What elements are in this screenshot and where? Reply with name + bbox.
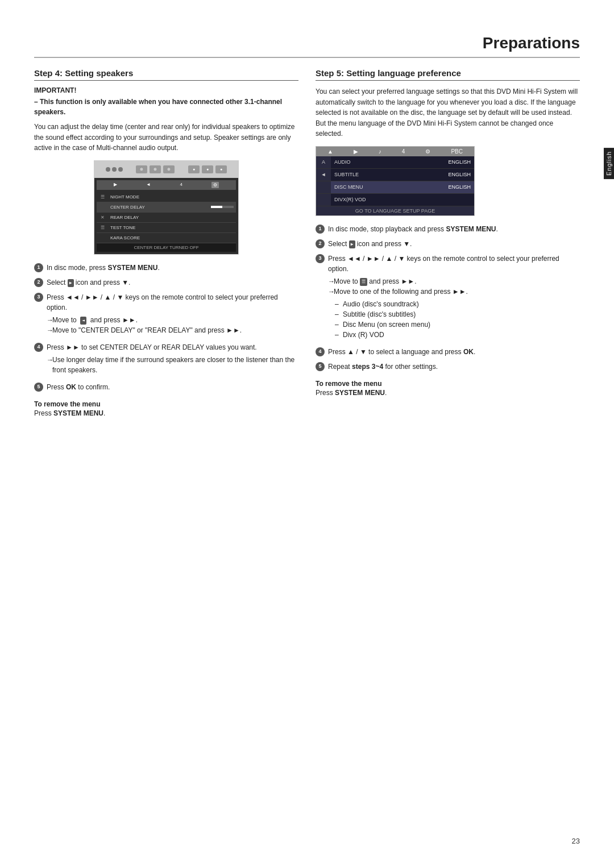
mb-icon2: ◄ [146,182,151,188]
menu-row-audio: A AUDIO ENGLISH [316,156,474,169]
dash-discmenu: Disc Menu (on screen menu) [335,319,580,330]
step5-sub-icon-1: ☰ [360,278,367,286]
sub-item-1: Move to ◄ and press ►►. [47,315,298,325]
step4-step4: 4 Press ►► to set CENTER DELAY or REAR D… [34,342,298,377]
step-num-5: 5 [34,383,43,392]
menu-top-bar: ▲ ▶ ♪ 4 ⚙ PBC [316,147,474,156]
step5-num-1: 1 [316,225,325,234]
screenshot-footer: CENTER DELAY TURNED OFF [97,243,236,252]
ls-label-reardelay: REAR DELAY [108,214,236,221]
step5-step4: 4 Press ▲ / ▼ to select a language and p… [316,347,580,357]
system-menu-bold: SYSTEM MENU [107,264,157,272]
menu-icon-settings: ⚙ [425,148,430,155]
ls-icon-reardelay: ✕ [97,215,108,220]
page-number: 23 [572,837,580,845]
menu-val-discmenu: ENGLISH [445,182,474,192]
ls-label-karascore: KARA SCORE [108,234,236,242]
menu-icon-divx [316,194,331,206]
menu-label-discmenu: DISC MENU [331,182,445,192]
step5-steps-list: 1 In disc mode, stop playback and press … [316,224,580,372]
top-dots [106,167,123,172]
mb-icon1: ▶ [114,182,117,188]
icon5: ● [202,165,213,173]
menu-icon-4: 4 [402,148,405,155]
menu-icon-sub: ◄ [316,169,331,181]
icon1: ⊕ [136,165,147,173]
icon6: ● [215,165,227,173]
menu-icon-audio: ♪ [379,148,381,155]
slider-fill [211,206,222,208]
english-tab: English [604,148,614,179]
ok-bold: OK [66,383,76,391]
step-num-1: 1 [34,263,43,272]
ls-slider [211,206,236,208]
menu-row-divx: DIVX(R) VOD [316,194,474,206]
step5-step2: 2 Select ▶ icon and press ▼. [316,239,580,249]
step5-step1: 1 In disc mode, stop playback and press … [316,224,580,234]
step5-num-3: 3 [316,254,325,263]
step5-heading: Step 5: Setting language preference [316,68,580,81]
dot3 [118,167,123,172]
ls-label-centerdelay: CENTER DELAY [108,203,211,211]
step5-step1-content: In disc mode, stop playback and press SY… [328,224,580,234]
menu-footer-text: GO TO LANGUAGE SETUP PAGE [316,206,474,215]
step5-steps-bold: steps 3~4 [352,363,383,371]
step-num-3: 3 [34,293,43,302]
ls-row-centerdelay: CENTER DELAY [97,202,236,213]
menu-icon-lang: ▲ [327,148,333,155]
step4-remove-menu: To remove the menu Press SYSTEM MENU. [34,400,298,417]
step5-num-5: 5 [316,362,325,371]
slider-bar [211,206,234,208]
page-title: Preparations [34,34,580,58]
sub-icon-1: ◄ [80,317,86,325]
step5-step5-content: Repeat steps 3~4 for other settings. [328,362,580,372]
ls-row-nightmode: ☰ NIGHT MODE [97,192,236,202]
step4-step2-content: Select ▶ icon and press ▼. [47,277,298,288]
step5-remove-menu: To remove the menu Press SYSTEM MENU. [316,380,580,397]
step5-sub-1: Move to ☰ and press ►►. [328,276,580,286]
ls-row-karascore: KARA SCORE [97,233,236,243]
step5-ok-bold: OK [463,348,474,356]
important-label: IMPORTANT! [34,86,298,94]
icon2: ⊕ [150,165,161,173]
step4-sub-items: Move to ◄ and press ►►. Move to "CENTER … [47,315,298,335]
step4-step5: 5 Press OK to confirm. [34,382,298,392]
step4-step3-content: Press ◄◄ / ►► / ▲ / ▼ keys on the remote… [47,292,298,338]
dash-subtitle: Subtitle (disc's subtitles) [335,309,580,319]
screenshot-top: ⊕ ⊕ ⊕ ● ● ● [94,161,238,178]
mb-icon3: 4 [180,182,182,188]
menu-icon-a: A [316,156,331,168]
ls-icon-testtone: ☰ [97,225,108,230]
step5-intro: You can select your preferred language s… [316,86,580,139]
top-icons2: ● ● ● [188,165,227,173]
step4-steps-list: 1 In disc mode, press SYSTEM MENU. 2 Sel… [34,263,298,392]
step4-column: Step 4: Setting speakers IMPORTANT! – Th… [34,68,298,417]
top-icons: ⊕ ⊕ ⊕ [136,165,175,173]
step-num-4: 4 [34,343,43,352]
menu-icon-play: ▶ [354,148,358,155]
step4-step1: 1 In disc mode, press SYSTEM MENU. [34,263,298,273]
menu-body: A AUDIO ENGLISH ◄ SUBTITLE ENGLISH DISC … [316,156,474,215]
main-columns: Step 4: Setting speakers IMPORTANT! – Th… [34,68,580,417]
mb-icon4: ⚙ [211,182,219,188]
step4-heading: Step 4: Setting speakers [34,68,298,81]
step4-step5-content: Press OK to confirm. [47,382,298,392]
step5-column: Step 5: Setting language preference You … [316,68,580,417]
step5-step3-content: Press ◄◄ / ►► / ▲ / ▼ keys on the remote… [328,254,580,342]
menu-row-subtitle: ◄ SUBTITLE ENGLISH [316,169,474,181]
step5-num-2: 2 [316,239,325,248]
menu-label-subtitle: SUBTITLE [331,170,445,179]
step4-icon-inline: ▶ [68,279,74,287]
step5-step5: 5 Repeat steps 3~4 for other settings. [316,362,580,372]
step5-dash-list: Audio (disc's soundtrack) Subtitle (disc… [335,299,580,340]
step5-num-4: 4 [316,347,325,356]
step5-step4-content: Press ▲ / ▼ to select a language and pre… [328,347,580,357]
step4-intro: You can adjust the delay time (center an… [34,122,298,153]
step4-step4-content: Press ►► to set CENTER DELAY or REAR DEL… [47,342,298,377]
step4-remove-title: To remove the menu [34,400,298,408]
step4-system-menu-remove: SYSTEM MENU [53,409,103,417]
menu-row-discmenu: DISC MENU ENGLISH [316,181,474,194]
important-text: – This function is only available when y… [34,97,298,117]
step5-screenshot: ▲ ▶ ♪ 4 ⚙ PBC A AUDIO ENGLISH ◄ SUBTITL [316,146,475,216]
page-container: Preparations English Step 4: Setting spe… [0,0,614,868]
